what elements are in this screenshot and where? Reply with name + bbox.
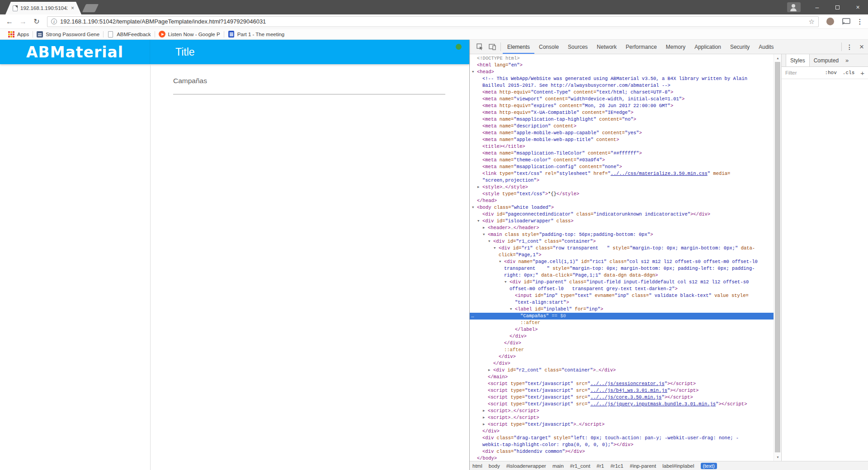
scrollbar-thumb[interactable]	[775, 62, 780, 452]
code-line[interactable]: </label>	[470, 326, 774, 333]
cast-icon[interactable]	[842, 18, 850, 25]
scroll-down-icon[interactable]: ▼	[774, 453, 782, 461]
code-line[interactable]: </main>	[470, 374, 774, 381]
toggle-classes-button[interactable]: .cls	[843, 70, 854, 75]
breadcrumb-r1[interactable]: #r1	[597, 463, 604, 469]
devtools-tab-elements[interactable]: Elements	[503, 40, 534, 54]
code-line[interactable]: <div class="drag-target" style="left: 0p…	[470, 435, 774, 442]
code-line[interactable]: ▶<div id="r2_cont" class="container">…</…	[470, 367, 774, 374]
elements-scrollbar[interactable]: ▲ ▼	[774, 54, 781, 461]
devtools-close-icon[interactable]: ×	[855, 40, 868, 54]
node-menu-icon[interactable]: …	[471, 313, 475, 320]
code-line[interactable]: </head>	[470, 197, 774, 204]
url-bar[interactable]: i 192.168.1.190:51042/template/ABMPageTe…	[47, 16, 819, 27]
code-line[interactable]: <script type="text/javascript" src="../.…	[470, 387, 774, 394]
devtools-tab-sources[interactable]: Sources	[563, 40, 592, 54]
bookmark-item[interactable]: Listen Now - Google P	[155, 29, 224, 39]
code-line[interactable]: <title></title>	[470, 143, 774, 150]
collapse-arrow-icon[interactable]: ▼	[494, 245, 496, 252]
code-line[interactable]: <div id="pageconnectedindicator" class="…	[470, 211, 774, 218]
expand-arrow-icon[interactable]: ▶	[488, 367, 491, 374]
breadcrumb-html[interactable]: html	[472, 463, 482, 469]
devtools-tab-application[interactable]: Application	[690, 40, 726, 54]
scroll-up-icon[interactable]: ▲	[774, 54, 782, 62]
code-line[interactable]: <meta name="msapplication-tap-highlight"…	[470, 116, 774, 123]
more-tabs-icon[interactable]: »	[843, 54, 851, 66]
breadcrumb-text[interactable]: (text)	[701, 463, 717, 469]
code-line[interactable]: <meta http-equiv="Content-Type" content=…	[470, 89, 774, 96]
breadcrumb-r1-cont[interactable]: #r1_cont	[570, 463, 590, 469]
breadcrumb-main[interactable]: main	[552, 463, 564, 469]
forward-button[interactable]: →	[17, 16, 29, 28]
devtools-tab-console[interactable]: Console	[534, 40, 563, 54]
code-line[interactable]: <meta name="msapplication-config" conten…	[470, 164, 774, 170]
code-line[interactable]: transparent " style="margin-top: 0px; ma…	[470, 265, 774, 272]
url-text[interactable]: 192.168.1.190:51042/template/ABMPageTemp…	[60, 18, 806, 25]
code-line[interactable]: ▶<script type="text/javascript">…</scrip…	[470, 421, 774, 428]
breadcrumb-body[interactable]: body	[489, 463, 500, 469]
close-window-button[interactable]: ×	[848, 0, 868, 14]
code-line[interactable]: ▼<main class style="padding-top: 56px;pa…	[470, 231, 774, 238]
code-line[interactable]: ▼<body class="white loaded">	[470, 204, 774, 211]
code-line[interactable]: <link type="text/css" rel="stylesheet" h…	[470, 170, 774, 177]
code-line[interactable]: ▼<div id="inp-parent" class="input-field…	[470, 279, 774, 286]
toggle-hover-button[interactable]: :hov	[825, 70, 836, 75]
collapse-arrow-icon[interactable]: ▼	[505, 279, 507, 286]
code-line[interactable]: ▼<label id="inplabel" for="inp">	[470, 306, 774, 313]
tab-computed[interactable]: Computed	[810, 54, 843, 66]
styles-filter-input[interactable]: Filter	[785, 70, 819, 75]
code-line[interactable]: </div>	[470, 353, 774, 360]
device-toolbar-icon[interactable]	[486, 40, 499, 54]
code-line[interactable]: webkit-tap-highlight-color: rgba(0, 0, 0…	[470, 442, 774, 448]
code-line[interactable]: <input id="inp" type="text" evname="inp"…	[470, 292, 774, 299]
code-line[interactable]: <meta name="description" content>	[470, 123, 774, 130]
breadcrumb-label-inplabel[interactable]: label#inplabel	[662, 463, 694, 469]
collapse-arrow-icon[interactable]: ▼	[472, 204, 474, 211]
bookmark-star-icon[interactable]: ☆	[809, 18, 815, 26]
code-line[interactable]: "screen,projection">	[470, 177, 774, 184]
code-line[interactable]: ▼<div id="isloaderwrapper" class>	[470, 218, 774, 225]
code-line[interactable]: </div>	[470, 360, 774, 367]
bookmark-item[interactable]: ABMFeedback	[104, 29, 154, 39]
code-line[interactable]: ▶<script>…</script>	[470, 408, 774, 414]
extension-icon[interactable]	[826, 18, 834, 25]
devtools-tab-performance[interactable]: Performance	[621, 40, 661, 54]
collapse-arrow-icon[interactable]: ▼	[477, 218, 480, 225]
inspect-element-icon[interactable]	[473, 40, 486, 54]
code-line[interactable]: <meta name="apple-mobile-web-app-capable…	[470, 130, 774, 136]
browser-tab[interactable]: 192.168.1.190:51042/tem ×	[5, 2, 81, 14]
code-line[interactable]: "text-align:start">	[470, 299, 774, 306]
tab-close-icon[interactable]: ×	[71, 5, 74, 11]
code-line[interactable]: ▶<style>…</style>	[470, 184, 774, 191]
code-line[interactable]: ::after	[470, 347, 774, 353]
bookmark-item[interactable]: Strong Password Gene	[33, 29, 103, 39]
code-line[interactable]: </div>	[470, 428, 774, 435]
code-line[interactable]: <html lang="en">	[470, 62, 774, 69]
collapse-arrow-icon[interactable]: ▼	[510, 306, 512, 313]
breadcrumb-isloaderwrapper[interactable]: #isloaderwrapper	[506, 463, 546, 469]
selected-tree-node[interactable]: …"Campañas" == $0	[470, 313, 774, 320]
minimize-button[interactable]: –	[807, 0, 827, 14]
code-line[interactable]: ▼<head>	[470, 69, 774, 75]
devtools-tab-memory[interactable]: Memory	[661, 40, 690, 54]
devtools-tab-security[interactable]: Security	[726, 40, 754, 54]
code-line[interactable]: ::after	[470, 320, 774, 326]
code-line[interactable]: <script type="text/javascript" src="../.…	[470, 394, 774, 401]
collapse-arrow-icon[interactable]: ▼	[472, 69, 474, 75]
code-line[interactable]: <meta http-equiv="expires" content="Mon,…	[470, 103, 774, 109]
site-info-icon[interactable]: i	[51, 19, 57, 24]
maximize-button[interactable]	[827, 0, 848, 14]
code-line[interactable]: </div>	[470, 333, 774, 340]
code-line[interactable]: <meta name="msapplication-TileColor" con…	[470, 150, 774, 157]
new-tab-button[interactable]	[82, 4, 99, 12]
reload-button[interactable]: ↻	[31, 16, 42, 28]
code-line[interactable]: offset-m0 offset-l0 transparent grey-tex…	[470, 286, 774, 292]
code-line[interactable]: click="Page,1">	[470, 252, 774, 258]
code-line[interactable]: <script type="text/javascript" src="../.…	[470, 381, 774, 387]
code-line[interactable]: <style type="text/css">*{}</style>	[470, 191, 774, 197]
code-line[interactable]: <meta name="theme-color" content="#03a9f…	[470, 157, 774, 164]
expand-arrow-icon[interactable]: ▶	[477, 184, 480, 191]
profile-avatar-icon[interactable]	[787, 2, 801, 12]
devtools-tab-network[interactable]: Network	[592, 40, 621, 54]
new-style-rule-button[interactable]: +	[860, 69, 864, 77]
